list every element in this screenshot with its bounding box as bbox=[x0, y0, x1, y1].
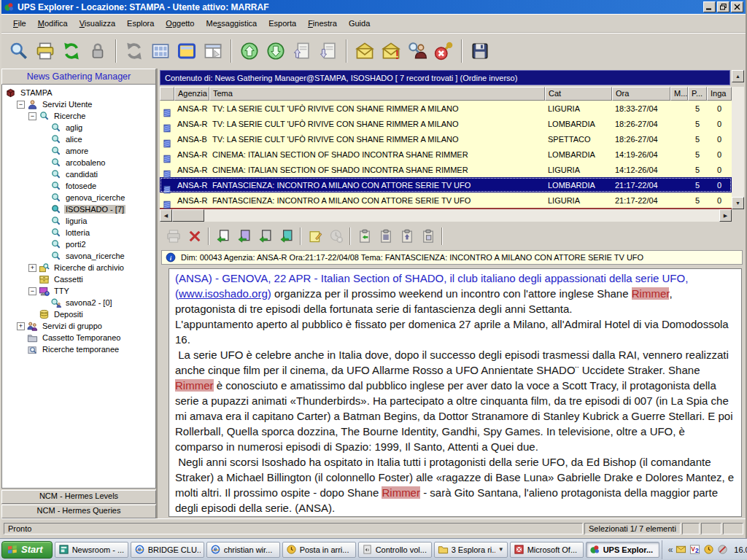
tree-item-savona2-0[interactable]: savona2 - [0] bbox=[2, 297, 155, 308]
taskbar-item-posta-in-arri[interactable]: Posta in arri... bbox=[282, 542, 356, 558]
key-delete-button[interactable] bbox=[430, 39, 457, 63]
table-row[interactable]: ANSA-RTV: LA SERIE CULT 'UFÒ RIVIVE CON … bbox=[160, 116, 732, 131]
menu-messaggistica[interactable]: Messaggistica bbox=[201, 17, 263, 30]
column-header-cat[interactable]: Cat bbox=[545, 87, 612, 101]
taskbar-item-controllo-vol[interactable]: Controllo vol... bbox=[358, 542, 432, 558]
ncm-hermes-levels-bar[interactable]: NCM - Hermes Levels bbox=[1, 490, 156, 504]
tree-item-aglig[interactable]: aglig bbox=[2, 122, 155, 133]
table-row[interactable]: ANSA-RFANTASCIENZA: INCONTRO A MILANO CO… bbox=[160, 177, 732, 192]
circle-up-button[interactable] bbox=[236, 39, 263, 63]
tray-blocked-icon[interactable] bbox=[717, 544, 728, 555]
menu-esporta[interactable]: Esporta bbox=[263, 17, 302, 30]
column-header-p[interactable]: P... bbox=[688, 87, 707, 101]
table-row[interactable]: ANSA-RCINEMA: ITALIAN SECTION OF SHADO I… bbox=[160, 147, 732, 162]
tree-item-ricerche[interactable]: −Ricerche bbox=[2, 110, 155, 122]
start-button[interactable]: Start bbox=[1, 541, 53, 559]
save-button[interactable] bbox=[467, 39, 493, 63]
vertical-scrollbar[interactable]: ▼ bbox=[732, 87, 744, 209]
doc-teal-button[interactable] bbox=[276, 227, 297, 246]
user-search-button[interactable] bbox=[404, 39, 430, 63]
tree-item-tty[interactable]: −TTY bbox=[2, 285, 155, 297]
clip-up-button[interactable] bbox=[396, 227, 417, 246]
mail-alert-button[interactable]: ! bbox=[378, 39, 404, 63]
tree-item-cassetti[interactable]: Cassetti bbox=[2, 273, 155, 285]
tree-item-arcobaleno[interactable]: arcobaleno bbox=[2, 157, 155, 168]
tree-item-cassetto-temporaneo[interactable]: Cassetto Temporaneo bbox=[2, 332, 155, 343]
expand-box[interactable]: + bbox=[17, 322, 25, 330]
printer-button[interactable] bbox=[32, 39, 58, 63]
tree-item-candidati[interactable]: candidati bbox=[2, 168, 155, 180]
tree-item-depositi[interactable]: Depositi bbox=[2, 308, 155, 320]
doc-gray-button[interactable] bbox=[255, 227, 276, 246]
scroll-down-button[interactable]: ▼ bbox=[732, 197, 744, 209]
delete-x-button[interactable] bbox=[184, 227, 205, 246]
taskbar-item-newsroom[interactable]: Newsroom - ... bbox=[55, 542, 128, 558]
tray-vnc-icon[interactable]: V2 bbox=[689, 544, 700, 555]
scroll-up-button[interactable]: ▲ bbox=[732, 70, 744, 82]
ncm-hermes-queries-bar[interactable]: NCM - Hermes Queries bbox=[1, 505, 156, 518]
collapse-box[interactable]: − bbox=[17, 101, 25, 109]
tree-item-liguria[interactable]: liguria bbox=[2, 215, 155, 227]
column-header-m[interactable]: M... bbox=[670, 87, 688, 101]
window-view-button[interactable] bbox=[174, 39, 200, 63]
tree-item-genova-ricerche[interactable]: genova_ricerche bbox=[2, 192, 155, 203]
expand-box[interactable]: + bbox=[28, 264, 36, 272]
menu-oggetto[interactable]: Oggetto bbox=[160, 17, 200, 30]
tree-item-servizi-utente[interactable]: −Servizi Utente bbox=[2, 98, 155, 110]
column-header-icon[interactable] bbox=[160, 87, 174, 101]
hscroll-thumb[interactable] bbox=[172, 209, 204, 222]
tree-item-servizi-di-gruppo[interactable]: +Servizi di gruppo bbox=[2, 320, 155, 332]
tree-item-savona-ricerche[interactable]: savona_ricerche bbox=[2, 250, 155, 262]
tree-item-lotteria[interactable]: lotteria bbox=[2, 227, 155, 238]
tray-mail-icon[interactable] bbox=[676, 544, 686, 555]
column-header-tema[interactable]: Tema bbox=[209, 87, 545, 101]
clock-disabled-button[interactable] bbox=[325, 227, 347, 246]
doc-purple-button[interactable] bbox=[233, 227, 255, 246]
column-header-ora[interactable]: Ora bbox=[612, 87, 670, 101]
scroll-right-button[interactable]: ▶ bbox=[719, 209, 732, 222]
tree-item-fotosede[interactable]: fotosede bbox=[2, 180, 155, 192]
tree-item-ricerche-di-archivio[interactable]: +Ricerche di archivio bbox=[2, 262, 155, 273]
scroll-left-button[interactable]: ◀ bbox=[160, 209, 172, 222]
tray-clock-icon[interactable] bbox=[703, 544, 714, 555]
clip-arrow-button[interactable] bbox=[354, 227, 375, 246]
menu-esplora[interactable]: Esplora bbox=[121, 17, 160, 30]
tree-item-stampa[interactable]: STAMPA bbox=[2, 87, 155, 98]
close-button[interactable] bbox=[731, 1, 743, 12]
table-row[interactable]: ANSA-RCINEMA: ITALIAN SECTION OF SHADO I… bbox=[160, 162, 732, 177]
menu-visualizza[interactable]: Visualizza bbox=[74, 17, 121, 30]
refresh-gray-button[interactable] bbox=[121, 39, 147, 63]
tree-item-alice[interactable]: alice bbox=[2, 133, 155, 145]
taskbar-item-bridge-clu[interactable]: eBRIDGE CLU... bbox=[131, 542, 204, 558]
clip-dark-button[interactable] bbox=[375, 227, 396, 246]
refresh-green-button[interactable] bbox=[58, 39, 85, 63]
column-header-agenzia[interactable]: Agenzia bbox=[174, 87, 209, 101]
tree-item-isoshado-7[interactable]: ISOSHADO - [7] bbox=[2, 203, 155, 215]
tree-item-amore[interactable]: amore bbox=[2, 145, 155, 157]
horizontal-scrollbar[interactable]: ◀ ▶ bbox=[160, 209, 744, 222]
lock-button[interactable] bbox=[85, 39, 111, 63]
taskbar-item-microsoft-of[interactable]: Microsoft Of... bbox=[510, 542, 584, 558]
minimize-button[interactable] bbox=[703, 1, 716, 12]
menu-file[interactable]: File bbox=[7, 17, 32, 30]
cards-view-button[interactable] bbox=[147, 39, 174, 63]
circle-down-button[interactable] bbox=[263, 39, 289, 63]
tray-chevron[interactable]: « bbox=[668, 545, 673, 555]
search-button[interactable] bbox=[6, 39, 32, 63]
menu-modifica[interactable]: Modifica bbox=[32, 17, 74, 30]
menu-guida[interactable]: Guida bbox=[343, 17, 376, 30]
clip-small-button[interactable] bbox=[417, 227, 438, 246]
table-row[interactable]: ANSA-BTV: LA SERIE CULT 'UFÒ RIVIVE CON … bbox=[160, 131, 732, 147]
mail-open-button[interactable] bbox=[352, 39, 378, 63]
menu-finestra[interactable]: Finestra bbox=[302, 17, 343, 30]
chevron-down-icon[interactable]: ▼ bbox=[498, 546, 504, 553]
doc-black-button[interactable] bbox=[212, 227, 233, 246]
printer2-button[interactable] bbox=[163, 227, 184, 246]
collapse-box[interactable]: − bbox=[28, 112, 36, 120]
page-down-button[interactable] bbox=[315, 39, 341, 63]
note-edit-button[interactable] bbox=[304, 227, 325, 246]
column-header-inga[interactable]: Inga bbox=[707, 87, 732, 101]
page-up-button[interactable] bbox=[289, 39, 315, 63]
taskbar-item-christian-wir[interactable]: echristian wir... bbox=[206, 542, 280, 558]
tree-item-ricerche-temporanee[interactable]: Ricerche temporanee bbox=[2, 343, 155, 355]
